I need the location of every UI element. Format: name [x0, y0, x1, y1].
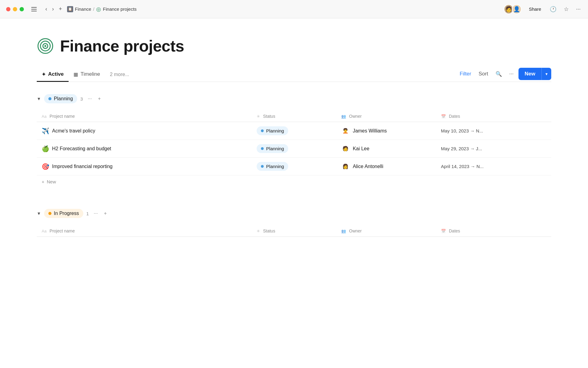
col-header-status-2: ✳ Status [252, 225, 336, 237]
minimize-button[interactable] [13, 7, 17, 11]
more-options-button[interactable]: ··· [575, 5, 582, 13]
planning-row-0[interactable]: ✈️ Acme's travel policy Planning 🧑‍🦱 Jam… [37, 122, 551, 140]
status-badge-0: Planning [257, 126, 288, 135]
group-planning: ▼ Planning 3 ··· + Aa Project name ✳ [37, 92, 551, 188]
group-in-progress-chevron[interactable]: ▼ [37, 211, 41, 216]
group-in-progress-dot [48, 212, 51, 215]
group-in-progress: ▼ In Progress 1 ··· + Aa Project name [37, 206, 551, 237]
name-cell-0: ✈️ Acme's travel policy [37, 122, 252, 140]
history-button[interactable]: 🕐 [548, 5, 558, 14]
owner-name-1: Kai Lee [353, 146, 369, 151]
col-header-dates-2: 📅 Dates [436, 225, 551, 237]
new-button-chevron[interactable]: ▾ [541, 68, 551, 80]
col-header-dates: 📅 Dates [436, 111, 551, 122]
project-name-1: H2 Forecasting and budget [52, 146, 111, 151]
group-in-progress-label[interactable]: In Progress [44, 209, 83, 218]
active-tab-icon: ✦ [42, 71, 46, 77]
add-button[interactable]: + [58, 5, 63, 13]
add-icon: + [42, 179, 44, 184]
project-name-0: Acme's travel policy [52, 128, 95, 134]
status-badge-1: Planning [257, 144, 288, 153]
group-planning-header: ▼ Planning 3 ··· + [37, 92, 551, 106]
in-progress-table-header: Aa Project name ✳ Status 👥 Owner 📅 Dates [37, 225, 551, 237]
status-dot-2 [261, 165, 264, 168]
breadcrumb-separator: / [93, 6, 94, 12]
group-planning-count: 3 [80, 96, 83, 102]
owner-cell-1: 🧑 Kai Lee [336, 140, 436, 158]
owner-name-0: James Williams [353, 128, 387, 134]
share-button[interactable]: Share [526, 5, 544, 13]
avatar-2: 👤 [512, 4, 522, 14]
breadcrumb-target-icon: ◎ [96, 6, 101, 13]
group-in-progress-add[interactable]: + [102, 209, 108, 217]
owner-name-2: Alice Antonelli [353, 164, 383, 169]
filter-button[interactable]: Filter [457, 69, 474, 79]
sort-button[interactable]: Sort [476, 69, 491, 79]
timeline-tab-icon: ▦ [74, 71, 78, 77]
breadcrumb-parent-label[interactable]: Finance [75, 6, 91, 12]
owner-avatar-1: 🧑 [341, 144, 350, 153]
titlebar: ‹ › + 📋 Finance / ◎ Finance projects 🧑 👤… [0, 0, 588, 18]
group-planning-chevron[interactable]: ▼ [37, 96, 41, 101]
planning-table-header: Aa Project name ✳ Status 👥 Owner 📅 Dates [37, 111, 551, 122]
col-header-owner-2: 👥 Owner [336, 225, 436, 237]
name-cell-2: 🎯 Improved financial reporting [37, 158, 252, 175]
owner-avatar-0: 🧑‍🦱 [341, 127, 350, 135]
dates-cell-0: May 10, 2023 → N... [436, 122, 551, 140]
traffic-lights [6, 7, 24, 11]
planning-table: Aa Project name ✳ Status 👥 Owner 📅 Dates [37, 111, 551, 175]
page-title: Finance projects [60, 37, 184, 55]
col-header-status: ✳ Status [252, 111, 336, 122]
maximize-button[interactable] [20, 7, 24, 11]
planning-row-1[interactable]: 🍏 H2 Forecasting and budget Planning 🧑 K… [37, 140, 551, 158]
owner-cell-2: 👩 Alice Antonelli [336, 158, 436, 175]
new-button[interactable]: New [518, 68, 541, 80]
tab-timeline[interactable]: ▦ Timeline [69, 67, 105, 82]
tab-bar: ✦ Active ▦ Timeline 2 more... Filter Sor… [37, 67, 551, 82]
search-button[interactable]: 🔍 [493, 69, 504, 79]
group-planning-label[interactable]: Planning [44, 94, 77, 103]
status-badge-2: Planning [257, 162, 288, 171]
col-header-name: Aa Project name [37, 111, 252, 122]
owner-avatar-2: 👩 [341, 162, 350, 171]
status-cell-0: Planning [252, 122, 336, 140]
group-planning-more[interactable]: ··· [86, 95, 93, 103]
tab-bar-actions: Filter Sort 🔍 ··· New ▾ [457, 68, 551, 81]
name-cell-1: 🍏 H2 Forecasting and budget [37, 140, 252, 158]
breadcrumb-current-label[interactable]: Finance projects [103, 6, 137, 12]
breadcrumb: 📋 Finance / ◎ Finance projects [67, 6, 500, 13]
status-dot-1 [261, 147, 264, 150]
planning-add-new[interactable]: + New [37, 175, 551, 188]
toolbar-more-button[interactable]: ··· [507, 69, 516, 79]
group-in-progress-more[interactable]: ··· [92, 209, 100, 217]
planning-row-2[interactable]: 🎯 Improved financial reporting Planning … [37, 158, 551, 175]
tab-more[interactable]: 2 more... [105, 68, 134, 81]
status-dot-0 [261, 129, 264, 132]
owner-cell-0: 🧑‍🦱 James Williams [336, 122, 436, 140]
sidebar-toggle[interactable] [30, 6, 38, 13]
col-header-owner: 👥 Owner [336, 111, 436, 122]
forward-button[interactable]: › [51, 5, 55, 13]
col-header-name-2: Aa Project name [37, 225, 252, 237]
tab-active[interactable]: ✦ Active [37, 67, 69, 82]
breadcrumb-parent-icon: 📋 [67, 6, 73, 12]
project-emoji-2: 🎯 [42, 163, 49, 170]
new-button-group: New ▾ [518, 68, 551, 80]
group-planning-add[interactable]: + [96, 95, 103, 103]
svg-point-3 [44, 45, 46, 47]
in-progress-table: Aa Project name ✳ Status 👥 Owner 📅 Dates [37, 225, 551, 237]
back-button[interactable]: ‹ [44, 5, 48, 13]
close-button[interactable] [6, 7, 10, 11]
active-tab-label: Active [48, 71, 64, 77]
group-planning-dot [48, 97, 51, 100]
dates-cell-2: April 14, 2023 → N... [436, 158, 551, 175]
nav-controls: ‹ › + [44, 5, 63, 13]
page-header: Finance projects [37, 37, 551, 55]
group-in-progress-header: ▼ In Progress 1 ··· + [37, 206, 551, 220]
star-button[interactable]: ☆ [563, 5, 570, 14]
project-emoji-1: 🍏 [42, 145, 49, 152]
main-content: Finance projects ✦ Active ▦ Timeline 2 m… [0, 18, 588, 261]
titlebar-actions: 🧑 👤 Share 🕐 ☆ ··· [504, 4, 582, 14]
avatar-group: 🧑 👤 [504, 4, 522, 14]
project-name-2: Improved financial reporting [52, 164, 112, 169]
